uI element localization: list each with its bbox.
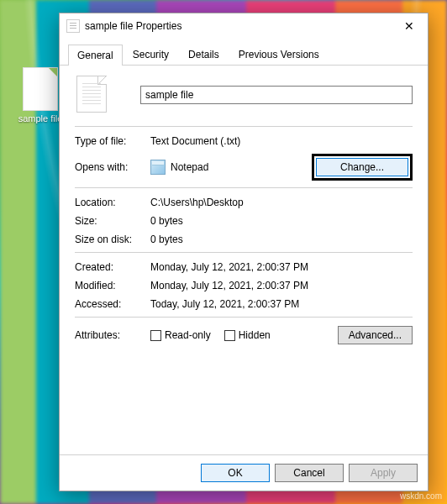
size-on-disk-label: Size on disk:: [75, 234, 150, 245]
titlebar[interactable]: sample file Properties ✕: [60, 13, 428, 39]
cancel-button[interactable]: Cancel: [275, 464, 344, 482]
hidden-checkbox[interactable]: Hidden: [224, 329, 271, 341]
tab-security[interactable]: Security: [124, 44, 178, 65]
apply-button[interactable]: Apply: [349, 464, 418, 482]
created-value: Monday, July 12, 2021, 2:00:37 PM: [150, 261, 308, 273]
ok-button[interactable]: OK: [201, 464, 270, 482]
type-label: Type of file:: [75, 135, 150, 147]
location-label: Location:: [75, 197, 150, 208]
desktop-file-icon[interactable]: sample file: [15, 67, 66, 123]
location-value: C:\Users\hp\Desktop: [150, 197, 244, 208]
accessed-label: Accessed:: [75, 298, 150, 310]
accessed-value: Today, July 12, 2021, 2:00:37 PM: [150, 298, 299, 310]
attributes-label: Attributes:: [75, 329, 150, 341]
readonly-label: Read-only: [165, 329, 211, 341]
close-button[interactable]: ✕: [390, 13, 428, 39]
hidden-label: Hidden: [239, 329, 271, 341]
created-label: Created:: [75, 261, 150, 273]
change-button-highlight: Change...: [312, 154, 413, 181]
desktop-icon-label: sample file: [15, 113, 66, 123]
tab-details[interactable]: Details: [179, 44, 229, 65]
type-value: Text Document (.txt): [150, 135, 240, 147]
opens-with-value: Notepad: [171, 161, 208, 173]
checkbox-icon: [150, 330, 161, 341]
tab-general[interactable]: General: [68, 45, 123, 66]
change-button[interactable]: Change...: [316, 158, 408, 176]
watermark: wskdn.com: [400, 491, 442, 501]
size-value: 0 bytes: [150, 215, 183, 227]
dialog-buttons: OK Cancel Apply: [60, 454, 428, 491]
window-title: sample file Properties: [85, 20, 390, 32]
modified-label: Modified:: [75, 280, 150, 291]
file-icon: [23, 67, 58, 111]
document-icon: [76, 76, 107, 113]
advanced-button[interactable]: Advanced...: [338, 326, 413, 344]
readonly-checkbox[interactable]: Read-only: [150, 329, 211, 341]
size-on-disk-value: 0 bytes: [150, 234, 183, 245]
tab-previous-versions[interactable]: Previous Versions: [229, 44, 329, 65]
size-label: Size:: [75, 215, 150, 227]
filename-input[interactable]: [140, 86, 413, 104]
file-icon: [66, 19, 80, 33]
tab-strip: General Security Details Previous Versio…: [60, 39, 428, 66]
checkbox-icon: [224, 330, 235, 341]
notepad-icon: [150, 160, 166, 175]
close-icon: ✕: [404, 19, 414, 33]
modified-value: Monday, July 12, 2021, 2:00:37 PM: [150, 280, 308, 291]
properties-dialog: sample file Properties ✕ General Securit…: [59, 13, 429, 491]
opens-with-label: Opens with:: [75, 161, 150, 173]
